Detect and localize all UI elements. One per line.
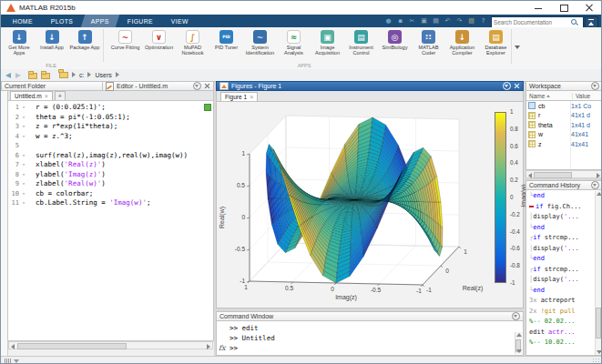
figures-panel-header[interactable]: Figures - Figure 1 xyxy=(216,81,524,91)
app-button-system-identification[interactable]: ~System Identification xyxy=(243,29,277,56)
editor-panel-menu-icon[interactable] xyxy=(193,82,201,90)
search-input[interactable] xyxy=(492,19,570,25)
scrollbar-thumb[interactable] xyxy=(596,308,601,339)
command-window-scrollbar[interactable] xyxy=(515,332,522,354)
workspace-row[interactable]: z41x41 xyxy=(526,139,602,149)
paste-icon[interactable]: ▤ xyxy=(431,16,441,26)
app-button-curve-fitting[interactable]: ~Curve Fitting xyxy=(108,29,142,50)
scroll-down-icon[interactable] xyxy=(597,350,602,354)
history-item[interactable]: edit actr... xyxy=(526,328,602,339)
history-item[interactable]: └end xyxy=(526,223,602,234)
app-button-matlab-coder[interactable]: ∷MATLAB Coder xyxy=(412,29,445,56)
surface-plot[interactable]: 10.50-0.5-1-10110.50-0.5-1Imag(z)Real(z)… xyxy=(217,102,490,308)
scrollbar-thumb[interactable] xyxy=(17,343,127,349)
app-button-install-app[interactable]: ↓Install App xyxy=(36,29,68,50)
app-button-pid-tuner[interactable]: PIDPID Tuner xyxy=(209,29,243,50)
close-tab-icon[interactable]: × xyxy=(250,94,253,100)
open-folder-icon[interactable]: ▨ xyxy=(466,16,476,26)
scroll-left-icon[interactable] xyxy=(528,173,532,178)
app-button-application-compiler[interactable]: ↓Application Compiler xyxy=(445,29,479,56)
current-folder-panel-header[interactable]: Current Folder xyxy=(1,81,103,91)
workspace-menu-icon[interactable] xyxy=(591,82,599,90)
column-divider[interactable] xyxy=(570,101,571,169)
close-tab-icon[interactable]: × xyxy=(45,93,48,99)
history-item[interactable]: %-- 10.02... xyxy=(526,338,602,349)
scroll-up-icon[interactable] xyxy=(597,192,602,196)
history-item[interactable]: 2x !git pull xyxy=(526,307,602,318)
command-history-header[interactable]: Command History xyxy=(525,180,602,190)
command-window-header[interactable]: Command Window xyxy=(216,311,524,321)
history-item[interactable]: │display('... xyxy=(526,275,602,286)
editor-code-area[interactable]: 1-r = (0:0.025:1)';2-theta = pi*(-1:0.05… xyxy=(7,101,214,341)
history-item[interactable]: │display('... xyxy=(526,212,602,223)
apps-gallery-dropdown-button[interactable] xyxy=(511,29,523,64)
ribbon-tab-plots[interactable]: PLOTS xyxy=(41,15,84,27)
up-folder-icon[interactable] xyxy=(28,73,37,79)
history-item[interactable]: %-- 02.02... xyxy=(526,317,602,328)
scroll-right-icon[interactable] xyxy=(207,344,210,349)
ribbon-tab-apps[interactable]: APPS xyxy=(81,15,119,27)
history-item[interactable]: │display('... xyxy=(526,244,602,255)
scroll-right-icon[interactable] xyxy=(597,173,600,178)
app-button-get-more-apps[interactable]: ↓Get More Apps xyxy=(3,29,36,56)
ribbon-tab-figure[interactable]: FIGURE xyxy=(117,15,164,27)
app-button-instrument-control[interactable]: ▤Instrument Control xyxy=(344,29,378,56)
workspace-variable-list[interactable]: cb1x1 Cor41x1 dtheta1x41 dw41x41z41x41 xyxy=(525,101,602,170)
history-item[interactable]: └end xyxy=(526,286,602,297)
editor-horizontal-scrollbar[interactable] xyxy=(8,341,213,349)
column-value[interactable]: Value xyxy=(573,93,590,99)
history-item[interactable]: if fig.Ch... xyxy=(526,202,602,213)
history-item[interactable]: ┌if strcmp... xyxy=(526,265,602,276)
help-icon[interactable]: ? xyxy=(478,16,488,26)
workspace-horizontal-scrollbar[interactable] xyxy=(525,170,602,178)
workspace-row[interactable]: r41x1 d xyxy=(526,111,602,121)
close-button[interactable] xyxy=(577,1,601,15)
new-tab-button[interactable]: + xyxy=(55,91,66,100)
redo-icon[interactable]: ↷ xyxy=(454,16,464,26)
workspace-row[interactable]: cb1x1 Co xyxy=(526,101,602,111)
copy-icon[interactable]: ▣ xyxy=(419,16,429,26)
workspace-column-headers[interactable]: Name Value xyxy=(525,91,602,101)
status-toggle-icon[interactable] xyxy=(5,359,19,363)
editor-panel-close-icon[interactable] xyxy=(204,83,210,89)
collapse-ribbon-button[interactable] xyxy=(585,16,598,28)
back-icon[interactable] xyxy=(5,73,11,78)
workspace-header[interactable]: Workspace xyxy=(525,81,602,91)
cut-icon[interactable]: ✂ xyxy=(407,16,417,26)
editor-panel-header[interactable]: Editor - Untitled.m xyxy=(103,81,214,91)
command-window-body[interactable]: >> edit >> Untitled >> fx xyxy=(216,321,524,356)
search-box[interactable] xyxy=(491,16,584,28)
app-button-package-app[interactable]: ↑Package App xyxy=(68,29,101,50)
command-history-scrollbar[interactable] xyxy=(595,191,602,355)
ribbon-tab-home[interactable]: HOME xyxy=(3,15,44,27)
editor-tab-untitled[interactable]: Untitled.m × xyxy=(10,91,53,100)
figure-canvas[interactable]: 10.50-0.5-1-10110.50-0.5-1Imag(z)Real(z)… xyxy=(216,102,524,308)
breadcrumb-segment[interactable]: c: xyxy=(79,72,84,78)
history-item[interactable]: 3x actreport xyxy=(526,296,602,307)
command-prompt[interactable]: >> xyxy=(217,343,523,353)
profile-icon[interactable]: ● xyxy=(383,16,393,26)
save-icon[interactable]: ▪ xyxy=(395,16,405,26)
maximize-button[interactable] xyxy=(552,1,576,15)
scroll-up-icon[interactable] xyxy=(516,333,522,337)
column-name[interactable]: Name xyxy=(529,93,545,99)
command-history-list[interactable]: └endif fig.Ch...│display('...└end┌if str… xyxy=(525,190,602,356)
colorbar[interactable] xyxy=(495,112,506,283)
scroll-left-icon[interactable] xyxy=(11,344,15,349)
command-history-menu-icon[interactable] xyxy=(591,181,599,189)
scroll-down-icon[interactable] xyxy=(516,349,522,353)
figures-panel-menu-icon[interactable] xyxy=(503,82,511,90)
app-button-optimization[interactable]: ∨Optimization xyxy=(142,29,176,50)
app-button-database-explorer[interactable]: ▤Database Explorer xyxy=(479,29,513,56)
workspace-row[interactable]: theta1x41 d xyxy=(526,120,602,130)
figures-panel-close-icon[interactable] xyxy=(514,83,520,89)
command-window-menu-icon[interactable] xyxy=(512,312,520,320)
minimize-button[interactable] xyxy=(526,1,550,15)
workspace-row[interactable]: w41x41 xyxy=(526,130,602,140)
resize-grip[interactable] xyxy=(592,358,599,364)
history-item[interactable]: └end xyxy=(526,191,602,202)
undo-icon[interactable]: ↶ xyxy=(443,16,453,26)
app-button-mupad-notebook[interactable]: ∫MuPAD Notebook xyxy=(176,29,209,56)
app-button-simbiology[interactable]: ◎SimBiology xyxy=(378,29,412,50)
app-button-signal-analysis[interactable]: ≈Signal Analysis xyxy=(277,29,311,56)
